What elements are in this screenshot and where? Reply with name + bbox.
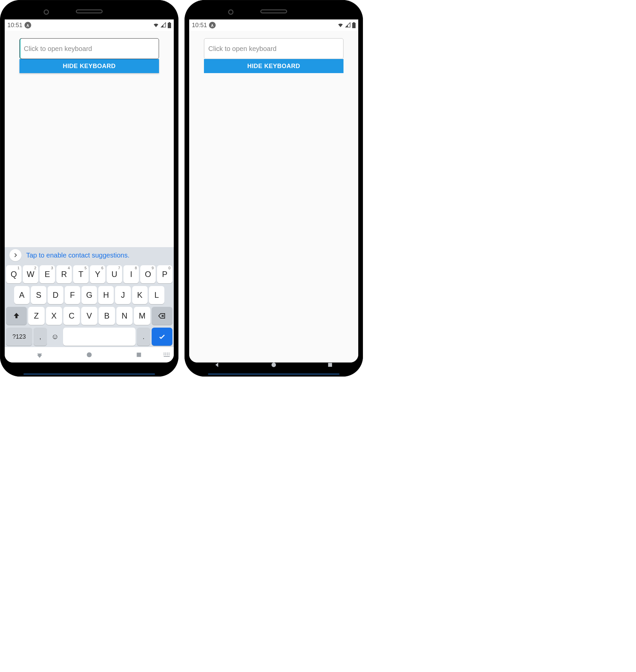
screen: 10:51 ∧ HIDE KEYBOARD [5,19,174,363]
key-row-1: Q1W2E3R4T5Y6U7I8O9P0 [6,265,173,283]
svg-point-9 [165,354,166,355]
symbols-key[interactable]: ?123 [6,328,32,346]
enter-key[interactable] [152,328,173,346]
shift-key[interactable] [6,307,27,325]
phone-left: 10:51 ∧ HIDE KEYBOARD [0,0,178,376]
key-n[interactable]: N [116,307,133,325]
key-j[interactable]: J [115,286,131,304]
key-a[interactable]: A [14,286,29,304]
svg-rect-0 [169,22,170,23]
main-text-input[interactable] [19,38,159,59]
hide-keyboard-button[interactable]: HIDE KEYBOARD [204,59,343,73]
main-text-input[interactable] [204,38,343,59]
soft-keyboard: Tap to enable contact suggestions. Q1W2E… [5,247,174,347]
key-z[interactable]: Z [28,307,45,325]
wifi-icon [153,22,159,28]
key-d[interactable]: D [48,286,63,304]
nav-recents-icon[interactable] [135,351,143,359]
key-k[interactable]: K [132,286,147,304]
emoji-key[interactable]: ☺ [48,328,62,346]
bezel-speaker [260,9,287,14]
svg-rect-14 [352,23,356,28]
svg-point-5 [165,353,166,354]
bezel-sensor [44,9,49,15]
svg-rect-3 [137,353,141,357]
status-bar: 10:51 ∧ [5,19,174,31]
key-row-2: ASDFGHJKL [6,286,173,304]
bezel-sensor [228,9,234,15]
wifi-icon [337,22,343,28]
keyboard-switch-icon[interactable] [163,352,171,358]
cell-signal-icon [345,22,351,28]
android-nav-bar [189,358,358,373]
chin-accent [208,373,339,374]
svg-point-8 [164,354,165,355]
nav-home-icon[interactable] [85,351,93,359]
screen: 10:51 ∧ HIDE KEYBOARD [189,19,358,363]
svg-rect-13 [353,22,355,23]
expo-icon: ∧ [24,22,31,28]
key-r[interactable]: R4 [56,265,72,283]
key-e[interactable]: E3 [40,265,55,283]
suggestion-bar[interactable]: Tap to enable contact suggestions. [5,247,174,263]
key-s[interactable]: S [31,286,46,304]
nav-back-icon[interactable] [36,351,43,359]
bezel-speaker [76,9,103,14]
svg-point-10 [167,354,168,355]
key-m[interactable]: M [134,307,150,325]
space-key[interactable] [63,328,136,346]
status-time: 10:51 [192,22,207,29]
chevron-right-icon[interactable] [9,249,21,261]
nav-recents-icon[interactable] [327,362,334,369]
key-f[interactable]: F [65,286,80,304]
key-b[interactable]: B [99,307,115,325]
key-v[interactable]: V [81,307,98,325]
android-nav-bar [5,347,174,363]
suggestion-text[interactable]: Tap to enable contact suggestions. [26,251,130,259]
nav-home-icon[interactable] [270,362,277,369]
svg-point-7 [169,353,170,354]
key-c[interactable]: C [63,307,80,325]
key-i[interactable]: I8 [123,265,139,283]
svg-rect-16 [328,363,332,367]
chin-accent [23,373,155,374]
status-bar: 10:51 ∧ [189,19,358,31]
battery-icon [352,22,356,28]
app-body: HIDE KEYBOARD [5,31,174,247]
backspace-key[interactable] [152,307,173,325]
battery-icon [168,22,171,28]
key-u[interactable]: U7 [107,265,122,283]
svg-point-2 [87,352,92,358]
svg-rect-12 [164,356,170,357]
spacer [19,73,159,247]
hide-keyboard-button[interactable]: HIDE KEYBOARD [19,59,159,73]
key-l[interactable]: L [149,286,164,304]
key-y[interactable]: Y6 [90,265,105,283]
nav-back-icon[interactable] [214,362,221,369]
svg-point-15 [271,363,276,367]
status-time: 10:51 [7,22,22,29]
key-q[interactable]: Q1 [6,265,21,283]
svg-point-6 [167,353,168,354]
period-key[interactable]: . [137,328,150,346]
svg-point-4 [164,353,165,354]
svg-rect-1 [168,23,171,28]
expo-icon: ∧ [209,22,216,28]
app-body: HIDE KEYBOARD [189,31,358,363]
key-p[interactable]: P0 [157,265,173,283]
key-row-4: ?123 , ☺ . [6,328,173,346]
phone-right: 10:51 ∧ HIDE KEYBOARD [184,0,363,376]
key-h[interactable]: H [98,286,114,304]
key-row-3: ZXCVBNM [6,307,173,325]
key-x[interactable]: X [46,307,62,325]
key-t[interactable]: T5 [73,265,88,283]
cell-signal-icon [160,22,166,28]
key-g[interactable]: G [81,286,97,304]
key-o[interactable]: O9 [140,265,156,283]
key-w[interactable]: W2 [23,265,38,283]
comma-key[interactable]: , [34,328,47,346]
svg-point-11 [169,354,170,355]
